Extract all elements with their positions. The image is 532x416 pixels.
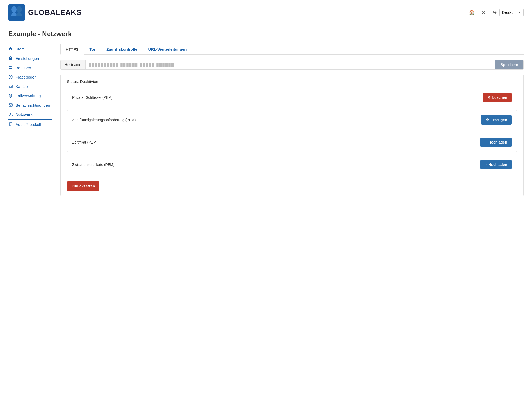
x-icon: ✕ bbox=[487, 95, 490, 100]
logout-icon[interactable]: ↪ bbox=[493, 10, 497, 15]
generate-button[interactable]: ⚙ Erzeugen bbox=[481, 115, 512, 125]
svg-point-9 bbox=[12, 115, 13, 116]
reset-button[interactable]: Zurücksetzen bbox=[67, 181, 99, 191]
cert-label-cert: Zertifikat (PEM) bbox=[72, 140, 97, 144]
clipboard-icon bbox=[8, 122, 13, 127]
inbox-icon bbox=[8, 84, 13, 89]
page-title: Example - Netzwerk bbox=[0, 25, 532, 40]
svg-point-8 bbox=[9, 115, 10, 116]
sidebar-item-frageboegen[interactable]: ? Fragebögen bbox=[8, 72, 52, 82]
delete-button[interactable]: ✕ Löschen bbox=[483, 93, 512, 102]
sidebar-item-netzwerk[interactable]: Netzwerk bbox=[8, 110, 52, 120]
upload-icon2: ↑ bbox=[485, 162, 487, 167]
sidebar: Start Einstellungen Benutzer ? Frageböge… bbox=[0, 44, 52, 416]
users-icon bbox=[8, 65, 13, 70]
home-icon[interactable]: 🏠 bbox=[469, 10, 475, 15]
mail-icon bbox=[8, 103, 13, 107]
layers-icon bbox=[8, 93, 13, 98]
cert-row-csr: Zertifikatsignierungsanforderung (PEM) ⚙… bbox=[67, 110, 517, 129]
upload-cert-button[interactable]: ↑ Hochladen bbox=[480, 138, 512, 147]
sidebar-item-fallverwaltung[interactable]: Fallverwaltung bbox=[8, 91, 52, 100]
home-icon bbox=[8, 47, 13, 51]
sidebar-item-start[interactable]: Start bbox=[8, 44, 52, 54]
upload-intermediate-label: Hochladen bbox=[488, 162, 507, 167]
header: GLOBALEAKS 🏠 | ⊙ | ↪ Deutsch English Fra… bbox=[0, 0, 532, 25]
tab-tor[interactable]: Tor bbox=[84, 44, 101, 55]
cert-row-cert: Zertifikat (PEM) ↑ Hochladen bbox=[67, 133, 517, 152]
svg-point-2 bbox=[17, 6, 22, 12]
upload-icon: ↑ bbox=[485, 140, 487, 144]
upload-cert-label: Hochladen bbox=[488, 140, 507, 144]
cert-label-csr: Zertifikatsignierungsanforderung (PEM) bbox=[72, 118, 136, 122]
main-content: HTTPS Tor Zugriffskontrolle URL-Weiterle… bbox=[52, 44, 532, 416]
upload-intermediate-button[interactable]: ↑ Hochladen bbox=[480, 160, 512, 169]
hostname-label: Hostname bbox=[61, 60, 86, 69]
cert-row-intermediate: Zwischenzertifikate (PEM) ↑ Hochladen bbox=[67, 155, 517, 174]
svg-point-7 bbox=[10, 113, 11, 114]
logo: GLOBALEAKS bbox=[8, 4, 82, 21]
hostname-input[interactable] bbox=[86, 60, 495, 69]
sidebar-item-benutzer[interactable]: Benutzer bbox=[8, 63, 52, 72]
layout: Start Einstellungen Benutzer ? Frageböge… bbox=[0, 40, 532, 416]
sidebar-item-audit[interactable]: Audit-Protokoll bbox=[8, 120, 52, 129]
logo-text: GLOBALEAKS bbox=[28, 8, 82, 17]
logo-icon bbox=[8, 4, 25, 21]
hostname-row: Hostname Speichern bbox=[60, 60, 524, 70]
tab-zugriff[interactable]: Zugriffskontrolle bbox=[101, 44, 143, 55]
hostname-save-button[interactable]: Speichern bbox=[495, 60, 523, 69]
delete-label: Löschen bbox=[492, 95, 507, 100]
network-icon bbox=[8, 112, 13, 117]
sidebar-item-einstellungen[interactable]: Einstellungen bbox=[8, 54, 52, 63]
language-select[interactable]: Deutsch English Français Italiano Españo… bbox=[499, 9, 524, 16]
cert-label-private-key: Privater Schlüssel (PEM) bbox=[72, 95, 113, 100]
tab-url[interactable]: URL-Weiterleitungen bbox=[143, 44, 192, 55]
status-text: Status: Deaktiviert bbox=[67, 79, 517, 84]
svg-point-1 bbox=[11, 6, 17, 12]
tabs: HTTPS Tor Zugriffskontrolle URL-Weiterle… bbox=[60, 44, 524, 55]
sidebar-item-kanaele[interactable]: Kanäle bbox=[8, 82, 52, 91]
svg-rect-6 bbox=[9, 104, 12, 106]
cert-label-intermediate: Zwischenzertifikate (PEM) bbox=[72, 162, 115, 167]
profile-icon[interactable]: ⊙ bbox=[482, 10, 486, 15]
svg-rect-0 bbox=[8, 4, 25, 21]
help-icon: ? bbox=[8, 75, 13, 79]
cert-row-private-key: Privater Schlüssel (PEM) ✕ Löschen bbox=[67, 88, 517, 107]
generate-label: Erzeugen bbox=[491, 118, 507, 122]
status-section: Status: Deaktiviert Privater Schlüssel (… bbox=[60, 74, 524, 196]
settings-icon bbox=[8, 56, 13, 61]
svg-text:?: ? bbox=[10, 76, 11, 79]
sidebar-item-benachrichtigungen[interactable]: Benachrichtigungen bbox=[8, 100, 52, 110]
header-actions: 🏠 | ⊙ | ↪ Deutsch English Français Itali… bbox=[469, 9, 524, 16]
gear-icon: ⚙ bbox=[486, 118, 489, 122]
tab-https[interactable]: HTTPS bbox=[60, 44, 84, 55]
